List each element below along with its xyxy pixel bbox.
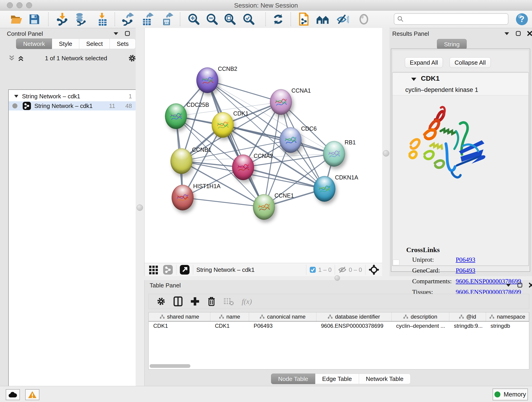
zoom-in-icon[interactable] <box>187 13 200 26</box>
memory-button[interactable]: Memory <box>493 389 528 400</box>
column-header-description[interactable]: description <box>392 313 449 321</box>
panel-close-icon[interactable] <box>529 282 532 288</box>
network-node-ccna1[interactable] <box>270 89 292 115</box>
table-cell[interactable]: cyclin–dependent ... <box>392 322 449 330</box>
cloud-button[interactable] <box>6 389 20 400</box>
network-node-cdc6[interactable] <box>279 127 302 153</box>
network-canvas[interactable]: CCNB2 CCNA1 CDC25B CDK1 CDC6 RB1CCNB1 CC… <box>144 28 382 263</box>
export-network-icon[interactable] <box>121 13 134 26</box>
network-node-cdc25b[interactable] <box>165 103 187 129</box>
tab-sets[interactable]: Sets <box>110 38 136 49</box>
table-cell[interactable]: 9606.ENSP00000378699 <box>317 322 392 330</box>
network-node-cdkn1a[interactable] <box>313 176 336 202</box>
horizontal-scrollbar[interactable] <box>150 364 190 368</box>
tab-edge-table[interactable]: Edge Table <box>315 374 359 384</box>
zoom-selected-icon[interactable] <box>242 13 255 26</box>
network-node-hist1h1a[interactable] <box>172 185 194 211</box>
add-column-icon[interactable] <box>190 297 200 306</box>
column-header-database-identifier[interactable]: database identifier <box>317 313 392 321</box>
network-node-ccne1[interactable] <box>253 194 275 220</box>
hidden-eye-icon <box>338 266 346 273</box>
expand-all-button[interactable]: Expand All <box>405 57 443 68</box>
search-field[interactable] <box>394 13 508 25</box>
show-all-icon[interactable] <box>357 13 370 26</box>
refresh-icon[interactable] <box>272 13 285 26</box>
panel-restore-icon[interactable] <box>125 31 130 36</box>
zoom-fit-icon[interactable] <box>224 13 236 26</box>
show-columns-icon[interactable] <box>173 296 183 306</box>
share-file-icon[interactable] <box>297 13 310 26</box>
table-options-gear-icon[interactable] <box>157 297 166 306</box>
open-in-window-icon[interactable] <box>180 265 190 275</box>
network-row-selected[interactable]: String Network – cdk1 11 48 <box>9 101 137 110</box>
export-image-icon[interactable] <box>161 13 174 26</box>
tab-network-table[interactable]: Network Table <box>359 374 411 384</box>
table-cell[interactable]: CDK1 <box>210 322 249 330</box>
tab-string[interactable]: String <box>437 39 467 50</box>
collapse-all-icon[interactable] <box>8 55 15 62</box>
network-view-dot-icon <box>12 103 17 108</box>
grid-view-icon[interactable] <box>149 265 159 275</box>
protein-card-header[interactable]: CDK1 <box>393 73 529 85</box>
tree-expand-icon[interactable] <box>14 95 19 98</box>
left-splitter-handle[interactable] <box>137 204 143 211</box>
network-nodes-layer: CCNB2 CCNA1 CDC25B CDK1 CDC6 RB1CCNB1 CC… <box>145 28 382 263</box>
first-neighbors-icon[interactable] <box>316 13 329 26</box>
warning-button[interactable] <box>25 389 39 400</box>
collapse-section-icon[interactable] <box>411 77 417 81</box>
column-header-canonical-name[interactable]: canonical name <box>249 313 317 321</box>
network-node-ccna2[interactable] <box>232 154 254 180</box>
delete-column-icon[interactable] <box>207 296 215 306</box>
node-label-ccna1: CCNA1 <box>291 87 311 94</box>
panel-restore-icon[interactable] <box>517 282 523 288</box>
selected-checkbox-icon[interactable] <box>310 267 316 273</box>
table-cell[interactable]: stringdb:9... <box>449 322 486 330</box>
expand-all-icon[interactable] <box>17 55 24 62</box>
table-cell[interactable]: P06493 <box>249 322 317 330</box>
network-view-title: String Network – cdk1 <box>196 266 254 274</box>
protein-thumbnail-icon <box>284 134 297 147</box>
network-node-rb1[interactable] <box>323 141 345 167</box>
table-cell[interactable]: stringdb <box>486 322 529 330</box>
open-session-icon[interactable] <box>10 13 23 26</box>
network-options-gear-icon[interactable] <box>128 54 137 63</box>
network-node-cdk1[interactable] <box>212 112 234 138</box>
export-table-icon[interactable] <box>141 13 154 26</box>
tab-network[interactable]: Network <box>16 38 52 49</box>
column-header--id[interactable]: @id <box>449 313 486 321</box>
panel-float-icon[interactable] <box>113 32 119 35</box>
zoom-out-icon[interactable] <box>206 13 219 26</box>
birdseye-share-icon[interactable] <box>163 265 173 275</box>
fit-content-crosshair-icon[interactable] <box>369 264 379 275</box>
tab-style[interactable]: Style <box>52 38 79 49</box>
import-network-icon[interactable] <box>56 13 69 26</box>
search-input[interactable] <box>404 15 503 23</box>
crosslink-link[interactable]: P06493 <box>456 267 475 274</box>
panel-float-icon[interactable] <box>506 283 511 287</box>
collapse-all-button[interactable]: Collapse All <box>450 57 491 68</box>
panel-float-icon[interactable] <box>504 32 510 35</box>
network-node-ccnb1[interactable] <box>171 148 192 174</box>
panel-close-icon[interactable] <box>527 31 532 36</box>
right-splitter-handle[interactable] <box>383 150 389 157</box>
toolbar-separator <box>265 12 266 26</box>
protein-structure-image <box>403 97 498 195</box>
save-session-icon[interactable] <box>28 13 41 26</box>
network-collection-row[interactable]: String Network – cdk1 1 <box>9 92 137 101</box>
column-header-name[interactable]: name <box>210 313 249 321</box>
crosslink-link[interactable]: P06493 <box>456 256 475 263</box>
table-row[interactable]: CDK1CDK1P064939606.ENSP00000378699cyclin… <box>149 322 529 330</box>
tab-select[interactable]: Select <box>79 38 110 49</box>
tab-node-table[interactable]: Node Table <box>271 374 315 384</box>
panel-restore-icon[interactable] <box>515 31 521 36</box>
hide-selected-icon[interactable] <box>336 13 349 26</box>
column-header-shared-name[interactable]: shared name <box>149 313 210 321</box>
import-table-icon[interactable] <box>96 13 109 26</box>
import-database-icon[interactable] <box>74 13 87 26</box>
table-cell[interactable]: CDK1 <box>149 322 210 330</box>
column-header-namespace[interactable]: namespace <box>486 313 529 321</box>
collection-label: String Network – cdk1 <box>22 93 129 100</box>
column-type-icon <box>489 314 494 319</box>
network-node-ccnb2[interactable] <box>196 67 218 93</box>
help-icon[interactable]: ? <box>515 13 528 26</box>
